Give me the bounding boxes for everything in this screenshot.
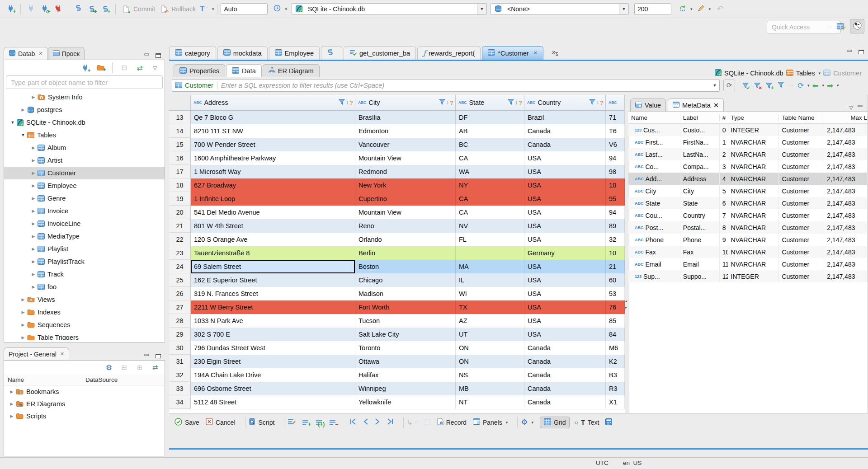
- tree-item-mediatype[interactable]: ▶MediaType: [4, 230, 165, 243]
- cell-country[interactable]: USA: [524, 260, 606, 273]
- connection-combo[interactable]: SQLite - Chinook.db ▼: [292, 3, 487, 15]
- cell-city[interactable]: Berlin: [355, 246, 456, 260]
- history-icon[interactable]: [271, 3, 283, 15]
- cell-city[interactable]: Toronto: [355, 341, 456, 355]
- row-number-cell[interactable]: 14: [169, 124, 191, 138]
- tree-item-invoice[interactable]: ▶Invoice: [4, 205, 165, 217]
- cell-address[interactable]: Qe 7 Bloco G: [191, 111, 355, 124]
- breadcrumb-caret[interactable]: ▾: [819, 71, 821, 75]
- table-row[interactable]: 32194A Chain Lake DriveHalifaxNSCanadaB3: [169, 368, 625, 382]
- meta-cell-ordinal[interactable]: 0: [720, 124, 728, 136]
- row-number-cell[interactable]: 30: [169, 341, 191, 355]
- cell-state[interactable]: NY: [456, 178, 524, 192]
- subtab-properties[interactable]: Properties: [174, 64, 225, 77]
- link-with-editor-icon[interactable]: ⇄: [134, 62, 146, 74]
- meta-cell-type[interactable]: INTEGER: [728, 270, 779, 282]
- table-row[interactable]: 26319 N. Frances StreetMadisonWIUSA53: [169, 287, 625, 300]
- cell-country[interactable]: USA: [524, 206, 606, 219]
- meta-cell-label[interactable]: FirstNa...: [680, 136, 720, 148]
- cell-extra[interactable]: 94: [606, 151, 625, 165]
- nav-back-icon[interactable]: ⬅: [810, 80, 821, 91]
- filter-icon[interactable]: [339, 99, 345, 106]
- cell-extra[interactable]: B3: [606, 368, 625, 382]
- meta-cell-name[interactable]: ABCCo...: [628, 160, 680, 173]
- subtab-data[interactable]: ‹›Data: [226, 64, 262, 77]
- new-sql-script-icon[interactable]: +: [99, 3, 111, 15]
- cell-country[interactable]: USA: [524, 178, 606, 192]
- close-icon[interactable]: ✕: [533, 50, 538, 56]
- cell-country[interactable]: Brazil: [524, 111, 606, 124]
- cell-address[interactable]: 700 W Pender Street: [191, 138, 355, 151]
- meta-row[interactable]: ABCCou...Country7NVARCHARCustomer2,147,4…: [628, 209, 868, 221]
- column-datasource[interactable]: DataSource: [85, 376, 118, 383]
- project-item-bookmarks[interactable]: ▶Bookmarks: [4, 385, 165, 398]
- save-filter-icon[interactable]: +: [764, 80, 774, 91]
- close-icon[interactable]: ✕: [60, 351, 64, 357]
- cell-city[interactable]: Ottawa: [355, 355, 456, 368]
- expand-arrow-icon[interactable]: ▼: [9, 120, 16, 125]
- meta-cell-max-length[interactable]: 2,147,483: [824, 246, 868, 258]
- expand-arrow-icon[interactable]: ▶: [30, 145, 37, 150]
- meta-cell-label[interactable]: City: [680, 185, 720, 197]
- row-number-cell[interactable]: 19: [169, 192, 191, 206]
- expand-arrow-icon[interactable]: ▶: [30, 272, 37, 277]
- tree-item-playlist[interactable]: ▶Playlist: [4, 243, 165, 255]
- table-row[interactable]: 33696 Osborne StreetWinnipegMBCanadaR3: [169, 382, 625, 395]
- cell-address[interactable]: 1033 N Park Ave: [191, 314, 355, 328]
- table-row[interactable]: 31230 Elgin StreetOttawaONCanadaK2: [169, 355, 625, 368]
- rollback-icon[interactable]: ↶: [158, 3, 170, 15]
- row-number-cell[interactable]: 22: [169, 233, 191, 246]
- cell-state[interactable]: MB: [456, 382, 524, 395]
- cell-city[interactable]: New York: [355, 178, 456, 192]
- disconnect-icon[interactable]: [52, 3, 64, 15]
- cell-city[interactable]: Winnipeg: [355, 382, 456, 395]
- cell-country[interactable]: Canada: [524, 124, 606, 138]
- minimize-icon[interactable]: [847, 49, 854, 56]
- sort-icon[interactable]: ↕: [346, 99, 349, 106]
- meta-cell-label[interactable]: Suppo...: [680, 270, 720, 282]
- first-row-icon[interactable]: [349, 418, 357, 426]
- cell-address[interactable]: 8210 111 ST NW: [191, 124, 355, 138]
- cell-address[interactable]: 1 Infinite Loop: [191, 192, 355, 206]
- cell-city[interactable]: Mountain View: [355, 151, 456, 165]
- cell-city[interactable]: Yellowknife: [355, 395, 456, 409]
- expand-arrow-icon[interactable]: ▶: [30, 183, 37, 188]
- previous-row-icon[interactable]: [363, 418, 368, 426]
- table-row[interactable]: 18627 BroadwayNew YorkNYUSA10: [169, 178, 625, 192]
- tree-item-playlisttrack[interactable]: ▶PlaylistTrack: [4, 255, 165, 268]
- meta-cell-table-name[interactable]: Customer: [779, 197, 824, 209]
- table-row[interactable]: 2469 Salem StreetBostonMAUSA21: [169, 260, 625, 273]
- cell-country[interactable]: USA: [524, 151, 606, 165]
- row-number-cell[interactable]: 21: [169, 219, 191, 233]
- tree-item-invoiceline[interactable]: ▶InvoiceLine: [4, 217, 165, 230]
- column-hint-icon[interactable]: ?: [519, 99, 522, 106]
- cell-country[interactable]: USA: [524, 300, 606, 314]
- column-name[interactable]: Name: [4, 376, 85, 383]
- editor-tab-employee[interactable]: Employee: [269, 46, 320, 60]
- reconnect-icon[interactable]: ⟳: [38, 3, 50, 15]
- meta-cell-ordinal[interactable]: 3: [720, 160, 728, 173]
- tree-item-sqlite-chinook-db[interactable]: ▼SQLite - Chinook.db: [4, 116, 165, 129]
- table-row[interactable]: 22120 S Orange AveOrlandoFLUSA32: [169, 233, 625, 246]
- meta-cell-type[interactable]: NVARCHAR: [728, 209, 779, 221]
- refresh-results-caret[interactable]: ▾: [807, 83, 810, 88]
- meta-column-header-label[interactable]: Label: [680, 114, 720, 121]
- meta-cell-name[interactable]: ABCAdd...: [628, 173, 680, 185]
- collapse-right-icon[interactable]: ▸: [625, 305, 627, 310]
- cell-state[interactable]: CA: [456, 206, 524, 219]
- close-icon[interactable]: ✕: [713, 102, 719, 109]
- column-hint-icon[interactable]: ?: [450, 99, 453, 106]
- sort-icon[interactable]: ↕: [596, 99, 599, 106]
- table-row[interactable]: 171 Microsoft WayRedmondWAUSA98: [169, 165, 625, 178]
- meta-cell-table-name[interactable]: Customer: [779, 124, 824, 136]
- cell-city[interactable]: Mountain View: [355, 206, 456, 219]
- cell-address[interactable]: 302 S 700 E: [191, 328, 355, 341]
- cell-state[interactable]: NS: [456, 368, 524, 382]
- meta-column-header-max-l[interactable]: Max L: [824, 114, 868, 121]
- new-connection-icon[interactable]: +: [79, 62, 91, 74]
- view-menu-icon[interactable]: ▽: [149, 62, 161, 74]
- row-number-cell[interactable]: 27: [169, 300, 191, 314]
- cell-extra[interactable]: V6: [606, 138, 625, 151]
- cell-state[interactable]: CA: [456, 151, 524, 165]
- cell-state[interactable]: BC: [456, 138, 524, 151]
